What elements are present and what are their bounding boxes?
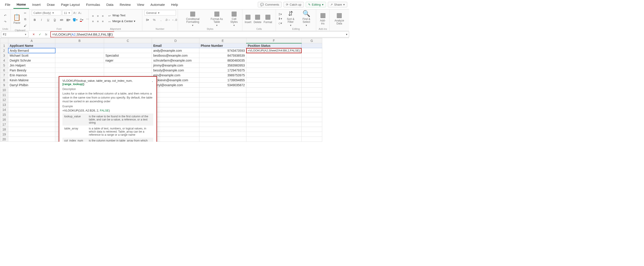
cell[interactable]: 1729479375: [200, 68, 246, 73]
cell[interactable]: [104, 48, 152, 53]
cell[interactable]: 1739094855: [200, 78, 246, 83]
cell[interactable]: erin@example.com: [152, 73, 200, 78]
select-all-corner[interactable]: [0, 38, 8, 43]
cell[interactable]: jimmy@example.com: [152, 63, 200, 68]
cell[interactable]: [200, 93, 246, 97]
col-header-B[interactable]: B: [55, 38, 104, 43]
align-center-icon[interactable]: ≡: [96, 19, 100, 23]
cell[interactable]: [246, 107, 302, 112]
col-header-G[interactable]: G: [302, 38, 322, 43]
cell[interactable]: 8830483035: [200, 58, 246, 63]
cell[interactable]: cookievin@example.com: [152, 78, 200, 83]
comments-button[interactable]: 💬Comments: [258, 2, 282, 8]
cell[interactable]: Erin Hannon: [8, 73, 55, 78]
decrease-decimal-icon[interactable]: ←.0: [172, 17, 177, 23]
cells-grid[interactable]: A B C D E F G 1Applicant NameEmailPhone …: [0, 38, 322, 142]
cell[interactable]: [246, 112, 302, 117]
font-color-icon[interactable]: A▾: [79, 17, 84, 23]
cell[interactable]: [302, 117, 322, 122]
wrap-text-button[interactable]: ↩Wrap Text: [108, 14, 136, 18]
cell-styles-button[interactable]: ▦ Cell Styles▾: [228, 10, 240, 27]
row-header[interactable]: 19: [0, 132, 8, 137]
cell[interactable]: [200, 137, 246, 142]
sort-filter-button[interactable]: ⇵Sort & Filter▾: [284, 10, 297, 27]
font-size-select[interactable]: 11 ▾: [62, 10, 72, 16]
row-header[interactable]: 1: [0, 43, 8, 48]
cell[interactable]: [302, 78, 322, 83]
row-header[interactable]: 6: [0, 68, 8, 73]
comma-icon[interactable]: ,: [158, 17, 164, 23]
cancel-edit-icon[interactable]: ✕: [32, 33, 36, 37]
cell[interactable]: [302, 73, 322, 78]
menu-file[interactable]: File: [2, 1, 14, 8]
header-cell[interactable]: Phone Number: [200, 43, 246, 48]
number-format-select[interactable]: General ▾: [144, 10, 176, 16]
cell[interactable]: [246, 102, 302, 107]
collapse-tooltip-icon[interactable]: ˄: [152, 81, 153, 84]
cell[interactable]: [302, 112, 322, 117]
cell[interactable]: [152, 122, 200, 127]
cell[interactable]: [302, 127, 322, 132]
cell[interactable]: [8, 122, 55, 127]
header-cell[interactable]: [302, 43, 322, 48]
menu-automate[interactable]: Automate: [147, 1, 168, 8]
header-cell[interactable]: Applicant Name: [8, 43, 55, 48]
cell[interactable]: [8, 132, 55, 137]
cell[interactable]: andy@example.com: [152, 48, 200, 53]
merge-center-button[interactable]: ⇿Merge & Center ▾: [108, 20, 136, 24]
cell[interactable]: [246, 58, 302, 63]
header-cell[interactable]: Email: [152, 43, 200, 48]
row-header[interactable]: 12: [0, 97, 8, 102]
cell[interactable]: [246, 63, 302, 68]
cell[interactable]: [200, 112, 246, 117]
row-header[interactable]: 15: [0, 112, 8, 117]
cell[interactable]: [200, 97, 246, 102]
cell[interactable]: [55, 48, 104, 53]
menu-data[interactable]: Data: [103, 1, 116, 8]
row-header[interactable]: 8: [0, 78, 8, 83]
cell[interactable]: [152, 88, 200, 93]
cell[interactable]: [246, 88, 302, 93]
cell[interactable]: [302, 93, 322, 97]
menu-review[interactable]: Review: [116, 1, 134, 8]
cell[interactable]: [8, 127, 55, 132]
menu-draw[interactable]: Draw: [44, 1, 58, 8]
row-header[interactable]: 16: [0, 117, 8, 122]
cell[interactable]: [246, 117, 302, 122]
cell[interactable]: [246, 97, 302, 102]
cell[interactable]: schrutefarm@example.com: [152, 58, 200, 63]
find-select-button[interactable]: 🔍Find & Select▾: [299, 10, 314, 27]
row-header[interactable]: 10: [0, 88, 8, 93]
cell[interactable]: [8, 97, 55, 102]
cell[interactable]: [246, 83, 302, 88]
enter-edit-icon[interactable]: ✓: [38, 33, 42, 37]
cell[interactable]: [302, 63, 322, 68]
cell[interactable]: [302, 107, 322, 112]
row-header[interactable]: 13: [0, 102, 8, 107]
row-header[interactable]: 17: [0, 122, 8, 127]
cell[interactable]: [302, 137, 322, 142]
cell[interactable]: [246, 122, 302, 127]
menu-help[interactable]: Help: [168, 1, 181, 8]
cell[interactable]: [246, 53, 302, 58]
cell[interactable]: [152, 132, 200, 137]
col-header-F[interactable]: F: [246, 38, 302, 43]
cell[interactable]: [302, 132, 322, 137]
strikethrough-icon[interactable]: ab: [59, 17, 64, 23]
col-header-D[interactable]: D: [152, 38, 200, 43]
cell[interactable]: [55, 58, 104, 63]
header-cell[interactable]: Position Status: [246, 43, 302, 48]
editing-button[interactable]: ✎Editing▾: [306, 2, 326, 8]
menu-view[interactable]: View: [134, 1, 147, 8]
row-header[interactable]: 2: [0, 48, 8, 53]
font-name-select[interactable]: Calibri (Body) ▾: [32, 10, 61, 16]
analyze-data-button[interactable]: ▦Analyze Data: [332, 12, 347, 25]
align-bottom-icon[interactable]: ≡: [101, 14, 105, 18]
cell[interactable]: nager: [104, 58, 152, 63]
insert-cells-button[interactable]: ▦Insert: [244, 14, 251, 24]
cell[interactable]: [152, 127, 200, 132]
clear-icon[interactable]: ◇▾: [278, 21, 282, 25]
increase-font-icon[interactable]: A↑: [73, 11, 77, 15]
cell[interactable]: Dwight Schrute: [8, 58, 55, 63]
cell[interactable]: [302, 122, 322, 127]
